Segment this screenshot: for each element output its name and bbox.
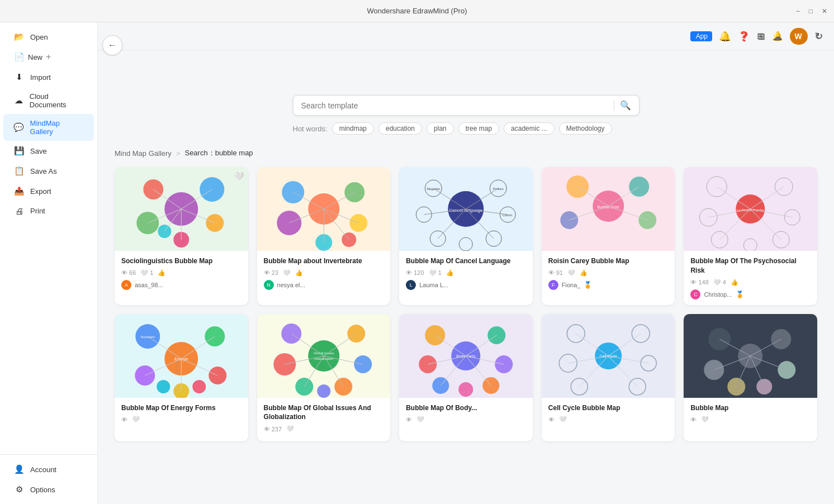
author-avatar: A: [121, 280, 131, 290]
sidebar-item-account-label: Account: [30, 465, 56, 474]
mindmap-icon: 💬: [13, 122, 25, 132]
card-title: Sociolinguistics Bubble Map: [121, 256, 241, 266]
gallery-card[interactable]: Bubble Map about Invertebrate 👁 23 🤍 👍 N…: [257, 167, 391, 305]
card-stats: 👁 237 🤍: [264, 425, 384, 432]
sidebar-item-save-as[interactable]: 📋 Save As: [3, 161, 94, 181]
sidebar-item-new[interactable]: 📄 New +: [3, 47, 94, 67]
gallery-card[interactable]: 🤍 Duplicate Sociolinguistics Bubble Map …: [115, 167, 248, 305]
sync-icon[interactable]: ↻: [814, 30, 823, 42]
tag-methodology[interactable]: Methodology: [559, 122, 612, 135]
tag-education[interactable]: education: [378, 122, 422, 135]
thumb-icon: 👍: [446, 269, 454, 277]
author-name: Lauma L...: [419, 282, 448, 288]
breadcrumb-gallery[interactable]: Mind Map Gallery: [115, 149, 172, 158]
svg-text:Negative: Negative: [427, 187, 440, 191]
card-stats: 👁 🤍: [121, 416, 241, 423]
help-circle-icon[interactable]: ❓: [739, 31, 750, 42]
user-initial-badge[interactable]: W: [790, 28, 807, 45]
tag-academic[interactable]: academic ...: [504, 122, 555, 135]
gallery-card[interactable]: Energie Nucléaire: [115, 314, 248, 442]
grid-apps-icon[interactable]: ⊞: [758, 31, 765, 42]
like-icon: 🤍: [701, 416, 709, 423]
card-stats: 👁 91 🤍 👍: [548, 269, 669, 277]
save-as-icon: 📋: [13, 166, 25, 176]
close-btn[interactable]: ✕: [822, 7, 827, 15]
sidebar-item-account[interactable]: 👤 Account: [3, 459, 94, 479]
like-icon: 🤍: [132, 416, 140, 423]
view-icon: 👁 237: [264, 426, 282, 432]
svg-text:Bubble Core: Bubble Core: [598, 205, 619, 209]
hot-words: Hot words: mindmap education plan tree m…: [293, 122, 639, 135]
card-title: Bubble Map about Invertebrate: [264, 256, 384, 266]
sidebar-item-options-label: Options: [30, 486, 55, 494]
card-info: Bubble Map 👁 🤍: [684, 398, 817, 432]
sidebar-item-options[interactable]: ⚙ Options: [3, 479, 94, 500]
breadcrumb-current: Search：bubble map: [184, 148, 253, 158]
gallery-card[interactable]: Cell Cycle: [542, 314, 675, 442]
view-icon: 👁 23: [264, 269, 278, 276]
card-thumbnail: Cell Cycle: [542, 314, 675, 398]
like-icon: 🤍 1: [429, 269, 442, 277]
search-button[interactable]: 🔍: [620, 100, 631, 111]
maximize-btn[interactable]: □: [809, 7, 813, 15]
card-stats: 👁 23 🤍 👍: [264, 269, 384, 277]
heart-icon[interactable]: 🤍: [234, 172, 244, 180]
gallery-card[interactable]: Cancel language Negative Politics Comm.: [399, 167, 533, 305]
sidebar-item-cloud-label: Cloud Documents: [30, 92, 84, 109]
card-thumbnail: Cancel language Negative Politics Comm.: [399, 167, 533, 251]
sidebar-item-import[interactable]: ⬇ Import: [3, 67, 94, 87]
view-icon: 👁: [121, 416, 127, 423]
save-icon: 💾: [13, 146, 25, 156]
tag-treemap[interactable]: tree map: [458, 122, 499, 135]
gallery-card[interactable]: Bubble Map 👁 🤍: [684, 314, 817, 442]
svg-text:Politics: Politics: [493, 187, 504, 191]
card-info: Sociolinguistics Bubble Map 👁 66 🤍 1 👍 A…: [115, 251, 248, 296]
tag-mindmap[interactable]: mindmap: [332, 122, 374, 135]
breadcrumb-separator: >: [176, 149, 181, 158]
sidebar-item-mindmap-gallery[interactable]: 💬 MindMap Gallery: [3, 114, 94, 141]
card-stats: 👁 66 🤍 1 👍: [121, 269, 241, 277]
search-input[interactable]: [301, 101, 608, 110]
card-thumbnail: [257, 167, 391, 251]
gallery-card[interactable]: Global Issues Globalization: [257, 314, 391, 442]
gallery-card[interactable]: Body Parts: [399, 314, 533, 442]
author-name: Christop...: [704, 291, 732, 298]
gold-badge: 🏅: [736, 291, 744, 298]
sidebar-item-cloud[interactable]: ☁ Cloud Documents: [3, 87, 94, 114]
card-info: Bubble Map Of Global Issues And Globaliz…: [257, 398, 391, 442]
card-title: Bubble Map Of Global Issues And Globaliz…: [264, 403, 384, 422]
card-title: Bubble Map: [690, 403, 811, 413]
app-badge-right[interactable]: App: [691, 31, 712, 41]
sidebar-item-open[interactable]: 📂 Open: [3, 27, 94, 47]
sidebar-item-save[interactable]: 💾 Save: [3, 141, 94, 161]
bell-icon[interactable]: 🔔: [720, 31, 731, 42]
gallery-card[interactable]: Bubble Core Roisin Carey Bubble M: [542, 167, 675, 305]
author-avatar: C: [690, 289, 700, 299]
gallery-card[interactable]: Le Risque Psycho: [684, 167, 817, 305]
new-icon: 📄: [13, 52, 25, 62]
new-plus-icon: +: [46, 52, 51, 62]
card-thumbnail: Le Risque Psycho: [684, 167, 817, 251]
card-title: Cell Cycle Bubble Map: [548, 403, 669, 413]
view-icon: 👁 66: [121, 269, 136, 276]
account-icon: 👤: [13, 464, 25, 474]
import-icon: ⬇: [13, 72, 25, 82]
back-button[interactable]: ←: [102, 35, 122, 55]
author-avatar: L: [406, 280, 416, 290]
sidebar-item-export[interactable]: 📤 Export: [3, 181, 94, 201]
card-stats: 👁 🤍: [690, 416, 811, 423]
card-title: Bubble Map Of Cancel Language: [406, 256, 526, 266]
tag-plan[interactable]: plan: [427, 122, 454, 135]
card-stats: 👁 148 🤍 4 👍: [690, 279, 811, 286]
minimize-btn[interactable]: −: [796, 7, 800, 15]
card-title: Bubble Map Of Body...: [406, 403, 526, 413]
cloud-upload-icon[interactable]: ☁: [773, 31, 782, 42]
app-body: 📂 Open 📄 New + ⬇ Import ☁ Cloud Document…: [0, 22, 834, 504]
search-bar: 🔍: [293, 95, 639, 116]
sidebar-item-print[interactable]: 🖨 Print: [3, 201, 94, 221]
view-icon: 👁 91: [548, 269, 563, 276]
gold-badge: 🏅: [584, 281, 592, 289]
author-name: nesya el...: [277, 282, 305, 288]
like-icon: 🤍: [567, 269, 575, 277]
sidebar: 📂 Open 📄 New + ⬇ Import ☁ Cloud Document…: [0, 22, 98, 504]
